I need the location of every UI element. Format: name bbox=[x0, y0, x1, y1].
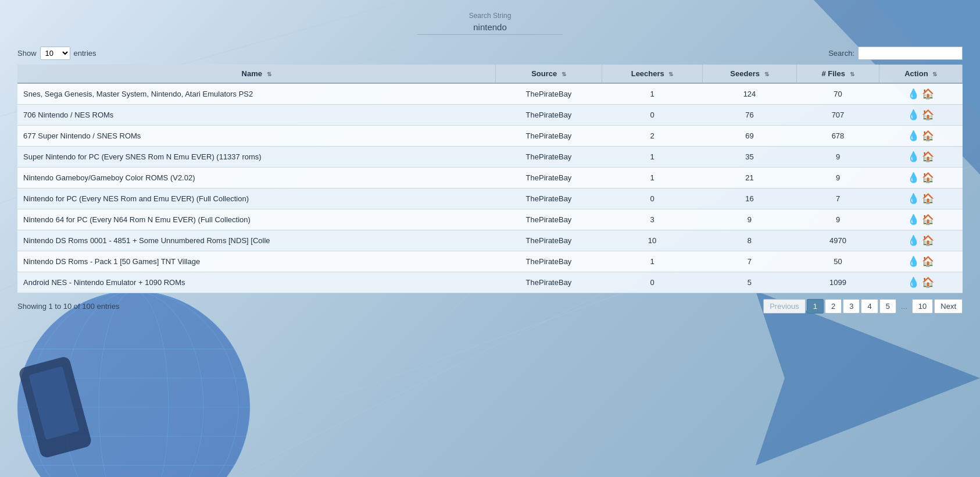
col-header-name[interactable]: Name ⇅ bbox=[17, 65, 496, 83]
cell-name: Nintendo DS Roms - Pack 1 [50 Games] TNT… bbox=[17, 251, 496, 272]
entries-label: entries bbox=[74, 49, 96, 58]
cell-files: 678 bbox=[796, 126, 879, 147]
cell-action: 💧 🏠 bbox=[879, 230, 963, 251]
cell-files: 70 bbox=[796, 83, 879, 105]
cell-name: Nintendo Gameboy/Gameboy Color ROMS (V2.… bbox=[17, 168, 496, 188]
download-icon[interactable]: 💧 bbox=[907, 172, 920, 184]
cell-action: 💧 🏠 bbox=[879, 126, 963, 147]
previous-button[interactable]: Previous bbox=[763, 299, 806, 314]
page-3-button[interactable]: 3 bbox=[843, 299, 860, 314]
cell-name: Nintendo 64 for PC (Every N64 Rom N Emu … bbox=[17, 209, 496, 230]
download-icon[interactable]: 💧 bbox=[907, 88, 920, 100]
magnet-icon[interactable]: 🏠 bbox=[922, 255, 934, 268]
download-icon[interactable]: 💧 bbox=[907, 193, 920, 205]
cell-source: ThePirateBay bbox=[496, 147, 602, 168]
results-table: Name ⇅ Source ⇅ Leechers ⇅ Seeders ⇅ # F… bbox=[17, 65, 963, 293]
page-10-button[interactable]: 10 bbox=[912, 299, 933, 314]
magnet-icon[interactable]: 🏠 bbox=[922, 172, 934, 184]
table-search-box: Search: bbox=[828, 47, 963, 60]
cell-leechers: 0 bbox=[602, 272, 702, 293]
search-input[interactable] bbox=[858, 47, 963, 60]
col-header-files[interactable]: # Files ⇅ bbox=[796, 65, 879, 83]
cell-files: 9 bbox=[796, 147, 879, 168]
download-icon[interactable]: 💧 bbox=[907, 130, 920, 142]
showing-text: Showing 1 to 10 of 100 entries bbox=[17, 302, 120, 311]
cell-seeders: 69 bbox=[703, 126, 796, 147]
col-header-seeders[interactable]: Seeders ⇅ bbox=[703, 65, 796, 83]
cell-name: Nintendo DS Roms 0001 - 4851 + Some Unnu… bbox=[17, 230, 496, 251]
cell-files: 9 bbox=[796, 209, 879, 230]
col-header-leechers[interactable]: Leechers ⇅ bbox=[602, 65, 702, 83]
magnet-icon[interactable]: 🏠 bbox=[922, 109, 934, 121]
table-header-row: Name ⇅ Source ⇅ Leechers ⇅ Seeders ⇅ # F… bbox=[17, 65, 963, 83]
magnet-icon[interactable]: 🏠 bbox=[922, 276, 934, 289]
table-row: 677 Super Nintendo / SNES ROMsThePirateB… bbox=[17, 126, 963, 147]
page-5-button[interactable]: 5 bbox=[879, 299, 896, 314]
magnet-icon[interactable]: 🏠 bbox=[922, 234, 934, 247]
download-icon[interactable]: 💧 bbox=[907, 151, 920, 163]
pagination: Previous 1 2 3 4 5 ... 10 Next bbox=[763, 299, 963, 314]
cell-action: 💧 🏠 bbox=[879, 188, 963, 209]
cell-action: 💧 🏠 bbox=[879, 251, 963, 272]
search-string-section: Search String nintendo bbox=[17, 12, 963, 35]
page-4-button[interactable]: 4 bbox=[861, 299, 878, 314]
cell-seeders: 16 bbox=[703, 188, 796, 209]
page-ellipsis: ... bbox=[897, 300, 911, 313]
download-icon[interactable]: 💧 bbox=[907, 255, 920, 268]
cell-seeders: 5 bbox=[703, 272, 796, 293]
table-row: 706 Nintendo / NES ROMsThePirateBay07670… bbox=[17, 105, 963, 126]
cell-seeders: 7 bbox=[703, 251, 796, 272]
magnet-icon[interactable]: 🏠 bbox=[922, 88, 934, 100]
cell-files: 9 bbox=[796, 168, 879, 188]
magnet-icon[interactable]: 🏠 bbox=[922, 151, 934, 163]
download-icon[interactable]: 💧 bbox=[907, 234, 920, 247]
cell-name: Nintendo for PC (Every NES Rom and Emu E… bbox=[17, 188, 496, 209]
magnet-icon[interactable]: 🏠 bbox=[922, 193, 934, 205]
sort-arrows-seeders: ⇅ bbox=[764, 71, 769, 77]
page-2-button[interactable]: 2 bbox=[825, 299, 842, 314]
sort-arrows-files: ⇅ bbox=[850, 71, 854, 77]
table-row: Nintendo DS Roms - Pack 1 [50 Games] TNT… bbox=[17, 251, 963, 272]
search-string-value: nintendo bbox=[417, 22, 563, 35]
cell-action: 💧 🏠 bbox=[879, 209, 963, 230]
download-icon[interactable]: 💧 bbox=[907, 213, 920, 226]
page-1-button[interactable]: 1 bbox=[807, 299, 824, 314]
cell-action: 💧 🏠 bbox=[879, 147, 963, 168]
cell-files: 707 bbox=[796, 105, 879, 126]
search-string-label: Search String bbox=[469, 12, 512, 20]
table-row: Snes, Sega Genesis, Master System, Ninte… bbox=[17, 83, 963, 105]
sort-arrows-leechers: ⇅ bbox=[668, 71, 673, 77]
cell-seeders: 124 bbox=[703, 83, 796, 105]
table-controls: Show 10 25 50 100 entries Search: bbox=[17, 47, 963, 60]
next-button[interactable]: Next bbox=[934, 299, 963, 314]
col-header-source[interactable]: Source ⇅ bbox=[496, 65, 602, 83]
cell-files: 7 bbox=[796, 188, 879, 209]
cell-action: 💧 🏠 bbox=[879, 105, 963, 126]
cell-seeders: 8 bbox=[703, 230, 796, 251]
cell-source: ThePirateBay bbox=[496, 188, 602, 209]
cell-action: 💧 🏠 bbox=[879, 168, 963, 188]
cell-name: Snes, Sega Genesis, Master System, Ninte… bbox=[17, 83, 496, 105]
cell-name: 706 Nintendo / NES ROMs bbox=[17, 105, 496, 126]
cell-leechers: 1 bbox=[602, 168, 702, 188]
cell-leechers: 1 bbox=[602, 83, 702, 105]
download-icon[interactable]: 💧 bbox=[907, 109, 920, 121]
table-row: Nintendo for PC (Every NES Rom and Emu E… bbox=[17, 188, 963, 209]
cell-source: ThePirateBay bbox=[496, 272, 602, 293]
cell-seeders: 35 bbox=[703, 147, 796, 168]
cell-source: ThePirateBay bbox=[496, 209, 602, 230]
cell-source: ThePirateBay bbox=[496, 105, 602, 126]
download-icon[interactable]: 💧 bbox=[907, 276, 920, 289]
magnet-icon[interactable]: 🏠 bbox=[922, 130, 934, 142]
pagination-row: Showing 1 to 10 of 100 entries Previous … bbox=[17, 299, 963, 314]
cell-seeders: 76 bbox=[703, 105, 796, 126]
cell-source: ThePirateBay bbox=[496, 251, 602, 272]
cell-source: ThePirateBay bbox=[496, 168, 602, 188]
magnet-icon[interactable]: 🏠 bbox=[922, 213, 934, 226]
entries-select[interactable]: 10 25 50 100 bbox=[40, 47, 70, 60]
table-row: Super Nintendo for PC (Every SNES Rom N … bbox=[17, 147, 963, 168]
table-row: Nintendo DS Roms 0001 - 4851 + Some Unnu… bbox=[17, 230, 963, 251]
col-header-action[interactable]: Action ⇅ bbox=[879, 65, 963, 83]
cell-files: 50 bbox=[796, 251, 879, 272]
cell-leechers: 1 bbox=[602, 251, 702, 272]
